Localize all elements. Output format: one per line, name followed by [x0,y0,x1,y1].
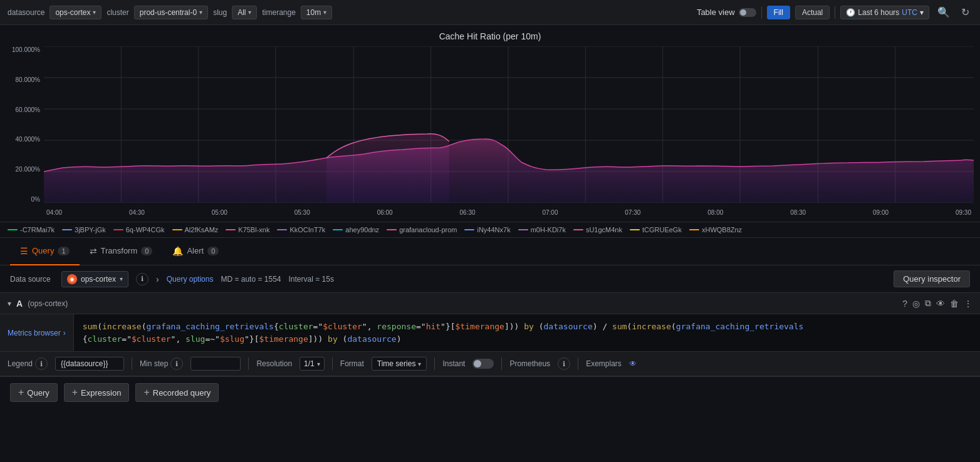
help-icon[interactable]: ? [902,299,907,309]
data-source-selector[interactable]: ◉ ops-cortex ▾ [61,271,128,287]
tab-query-badge: 1 [58,247,69,255]
legend-item[interactable]: Al2fKsAMz [172,226,219,234]
chart-svg [44,46,974,203]
legend-item[interactable]: sU1gcM4nk [573,226,622,234]
tab-query[interactable]: ☰ Query 1 [10,238,80,265]
table-view-toggle-switch[interactable] [739,8,756,17]
query-options-button[interactable]: Query options [167,275,214,284]
table-view-toggle[interactable]: Table view [697,8,756,17]
legend-label: xHWQB8Znz [702,226,742,234]
legend-item[interactable]: iNy44Nx7k [464,226,510,234]
query-options-label: Query options [167,275,214,284]
search-button[interactable]: 🔍 [934,4,953,20]
query-input[interactable]: sum(increase(grafana_caching_retrievals{… [74,314,980,351]
legend-item[interactable]: ahey90dnz [333,226,379,234]
legend-item[interactable]: grafanacloud-prom [387,226,457,234]
legend-item[interactable]: -C7RMai7k [8,226,55,234]
expand-chevron-icon[interactable]: › [156,274,159,284]
datasource-value: ops-cortex [55,8,90,17]
slug-dropdown[interactable]: All ▾ [232,6,257,19]
refresh-button[interactable]: ↻ [958,4,972,20]
legend-item[interactable]: m0H-KDi7k [518,226,566,234]
y-label-80: 80.000% [16,76,40,83]
x-label-7: 07:30 [625,209,640,216]
legend-color [62,229,72,230]
datasource-dropdown[interactable]: ops-cortex ▾ [50,6,102,19]
instant-label: Instant [442,359,465,368]
x-axis: 04:00 04:30 05:00 05:30 06:00 06:30 07:0… [44,203,974,222]
query-icon: ☰ [20,246,28,256]
more-icon[interactable]: ⋮ [964,299,972,309]
chart-legend: -C7RMai7k 3jBPY-jGk 6q-WP4CGk Al2fKsAMz … [0,222,980,237]
disable-icon[interactable]: ◎ [912,299,920,309]
x-label-5: 06:30 [460,209,476,216]
legend-item[interactable]: tCGRUEeGk [630,226,682,234]
add-recorded-query-button[interactable]: + Recorded query [135,383,219,402]
legend-input[interactable] [55,357,124,371]
resolution-select[interactable]: 1/1 ▾ [300,357,325,371]
x-label-0: 04:00 [46,209,62,216]
min-step-label: Min step ℹ [140,357,183,370]
cluster-dropdown[interactable]: prod-us-central-0 ▾ [134,6,208,19]
datasource-label: datasource [8,8,44,17]
exemplars-eye-icon[interactable]: 👁 [629,359,637,368]
legend-color [387,229,397,230]
top-bar-right: Table view Fill Actual 🕐 Last 6 hours UT… [697,4,972,20]
format-label: Format [340,359,364,368]
chevron-down-icon: ▾ [418,361,421,367]
separator [248,357,249,370]
legend-label: iNy44Nx7k [477,226,510,234]
legend-item[interactable]: K75Bl-xnk [226,226,269,234]
duplicate-icon[interactable]: ⧉ [925,298,931,309]
metrics-query-row: Metrics browser › sum(increase(grafana_c… [0,314,980,351]
separator [501,357,502,370]
prometheus-info-button[interactable]: ℹ [558,357,570,370]
legend-color [8,229,18,230]
legend-color [226,229,236,230]
legend-label: K75Bl-xnk [238,226,269,234]
legend-info-button[interactable]: ℹ [35,357,48,370]
legend-item[interactable]: xHWQB8Znz [689,226,742,234]
hide-icon[interactable]: 👁 [936,299,945,309]
timerange-value: 10m [306,8,321,17]
legend-item[interactable]: KkOCInT7k [277,226,325,234]
alert-icon: 🔔 [172,246,183,256]
cluster-label: cluster [107,8,128,17]
top-bar-left: datasource ops-cortex ▾ cluster prod-us-… [8,6,692,19]
instant-toggle[interactable] [472,359,494,369]
format-value: Time series [377,359,416,368]
separator [132,357,132,370]
x-label-6: 07:00 [542,209,558,216]
x-label-11: 09:30 [956,209,971,216]
query-inspector-button[interactable]: Query inspector [894,270,970,287]
datasource-info-button[interactable]: ℹ [136,273,149,285]
legend-item[interactable]: 6q-WP4CGk [113,226,165,234]
collapse-button[interactable]: ▾ [8,299,11,308]
tab-alert[interactable]: 🔔 Alert 0 [162,238,229,265]
min-step-info-button[interactable]: ℹ [170,357,183,370]
legend-color [689,229,699,230]
separator [434,357,435,370]
query-options-md: MD = auto = 1554 [221,275,281,284]
tab-transform[interactable]: ⇄ Transform 0 [80,238,163,265]
timerange-dropdown[interactable]: 10m ▾ [301,6,332,19]
min-step-input[interactable] [190,357,241,371]
actual-button[interactable]: Actual [795,6,830,19]
fill-button[interactable]: Fill [767,6,790,19]
y-label-20: 20.000% [16,166,40,173]
resolution-label: Resolution [256,359,292,368]
delete-icon[interactable]: 🗑 [950,299,959,309]
y-axis: 100.000% 80.000% 60.000% 40.000% 20.000%… [6,46,44,203]
legend-item[interactable]: 3jBPY-jGk [62,226,106,234]
tab-alert-label: Alert [187,246,204,255]
metrics-browser-button[interactable]: Metrics browser › [0,314,74,351]
x-label-1: 04:30 [129,209,145,216]
legend-label: KkOCInT7k [289,226,325,234]
format-select[interactable]: Time series ▾ [372,357,427,371]
add-query-button[interactable]: + Query [10,383,58,402]
query-ds-ref: (ops-cortex) [28,299,68,308]
x-label-10: 09:00 [873,209,889,216]
time-range-button[interactable]: 🕐 Last 6 hours UTC ▾ [840,6,929,19]
add-expression-button[interactable]: + Expression [64,383,130,402]
data-source-label: Data source [10,275,54,284]
